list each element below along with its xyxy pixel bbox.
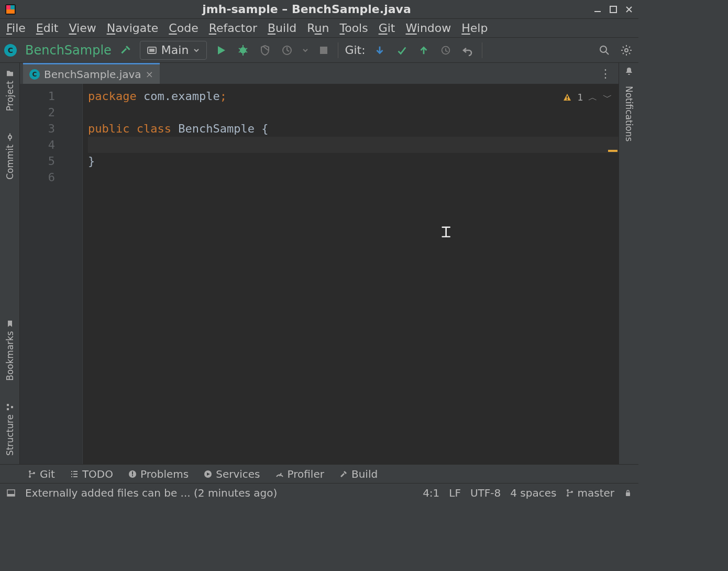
svg-rect-18 xyxy=(567,99,568,100)
svg-rect-14 xyxy=(7,404,9,406)
run-config-icon xyxy=(147,45,157,56)
profile-dropdown[interactable] xyxy=(301,42,310,58)
svg-point-13 xyxy=(8,136,12,139)
line-number: 3 xyxy=(20,120,55,137)
svg-rect-16 xyxy=(11,406,13,408)
line-separator[interactable]: LF xyxy=(449,487,461,499)
svg-rect-2 xyxy=(10,5,15,9)
line-gutter: 1 2 3 4 5 6 xyxy=(20,84,83,464)
breadcrumb[interactable]: BenchSample xyxy=(25,43,112,58)
status-message[interactable]: Externally added files can be ... (2 min… xyxy=(25,487,413,499)
menu-tools[interactable]: Tools xyxy=(339,21,368,35)
debug-button[interactable] xyxy=(235,42,251,58)
git-rollback-button[interactable] xyxy=(460,42,476,58)
search-everywhere-button[interactable] xyxy=(597,42,612,58)
next-highlight-icon[interactable]: ﹀ xyxy=(603,89,612,105)
tab-more-icon[interactable]: ⋮ xyxy=(592,67,619,80)
run-config-selector[interactable]: Main xyxy=(140,41,207,60)
line-number: 5 xyxy=(20,153,55,169)
svg-point-29 xyxy=(567,495,569,497)
editor-tab[interactable]: C BenchSample.java × xyxy=(23,63,160,84)
svg-rect-6 xyxy=(149,49,155,52)
menu-navigate[interactable]: Navigate xyxy=(107,21,159,35)
run-button[interactable] xyxy=(213,42,229,58)
titlebar: jmh-sample – BenchSample.java xyxy=(0,0,638,19)
left-toolstrip: Project Commit Bookmarks Structure xyxy=(0,63,20,464)
tool-build[interactable]: Build xyxy=(339,468,378,480)
run-config-label: Main xyxy=(161,43,189,57)
git-commit-button[interactable] xyxy=(394,42,410,58)
maximize-button[interactable] xyxy=(608,4,619,15)
code-editor[interactable]: 1 2 3 4 5 6 package com.example; public … xyxy=(20,84,619,464)
tool-notifications[interactable]: Notifications xyxy=(624,83,634,145)
line-number: 1 xyxy=(20,88,55,104)
gauge-icon xyxy=(275,469,284,479)
menu-refactor[interactable]: Refactor xyxy=(209,21,257,35)
svg-rect-9 xyxy=(320,47,327,54)
coverage-button[interactable] xyxy=(257,42,273,58)
menu-help[interactable]: Help xyxy=(461,21,488,35)
menu-code[interactable]: Code xyxy=(169,21,198,35)
git-push-button[interactable] xyxy=(416,42,432,58)
branch-icon xyxy=(27,469,37,479)
git-branch[interactable]: master xyxy=(566,487,614,499)
caret-position[interactable]: 4:1 xyxy=(423,487,439,499)
svg-rect-4 xyxy=(610,6,616,13)
error-stripe-mark[interactable] xyxy=(608,150,617,152)
class-icon: C xyxy=(29,69,40,80)
tool-problems[interactable]: Problems xyxy=(128,468,189,480)
tool-profiler[interactable]: Profiler xyxy=(275,468,324,480)
toolwindow-toggle-icon[interactable] xyxy=(6,488,16,498)
stop-button[interactable] xyxy=(316,42,332,58)
menubar: File Edit View Navigate Code Refactor Bu… xyxy=(0,19,638,38)
warning-icon xyxy=(562,93,572,102)
menu-view[interactable]: View xyxy=(69,21,96,35)
close-button[interactable] xyxy=(624,4,634,15)
notifications-icon[interactable] xyxy=(624,66,634,76)
svg-point-20 xyxy=(29,476,31,478)
toolbar: C BenchSample Main Git: xyxy=(0,38,638,63)
toolbar-separator-2 xyxy=(482,42,482,58)
settings-button[interactable] xyxy=(619,42,634,58)
svg-rect-1 xyxy=(6,5,10,9)
svg-point-7 xyxy=(240,47,246,53)
lock-icon[interactable] xyxy=(624,489,632,497)
line-number: 6 xyxy=(20,169,55,185)
text-cursor-icon: Ꮖ xyxy=(442,224,451,240)
prev-highlight-icon[interactable]: ︿ xyxy=(588,89,598,105)
inspection-widget[interactable]: 1 ︿ ﹀ xyxy=(562,89,612,105)
tool-commit[interactable]: Commit xyxy=(5,130,15,183)
menu-build[interactable]: Build xyxy=(268,21,296,35)
tool-bookmarks[interactable]: Bookmarks xyxy=(5,316,15,384)
build-hammer-icon[interactable] xyxy=(118,42,134,58)
git-label: Git: xyxy=(345,43,365,57)
menu-window[interactable]: Window xyxy=(405,21,451,35)
tool-git[interactable]: Git xyxy=(27,468,55,480)
git-pull-button[interactable] xyxy=(372,42,388,58)
editor-tabbar: C BenchSample.java × ⋮ xyxy=(20,63,619,84)
menu-run[interactable]: Run xyxy=(307,21,329,35)
tool-project[interactable]: Project xyxy=(5,66,15,114)
menu-git[interactable]: Git xyxy=(379,21,395,35)
minimize-button[interactable] xyxy=(592,4,603,15)
git-history-button[interactable] xyxy=(438,42,454,58)
tool-todo[interactable]: TODO xyxy=(70,468,113,480)
indent-setting[interactable]: 4 spaces xyxy=(510,487,556,499)
app-icon xyxy=(4,3,17,16)
tool-services[interactable]: Services xyxy=(203,468,260,480)
code-content[interactable]: package com.example; public class BenchS… xyxy=(83,84,619,464)
tab-close-icon[interactable]: × xyxy=(146,69,153,80)
tab-filename: BenchSample.java xyxy=(44,68,141,81)
svg-rect-24 xyxy=(132,475,133,476)
menu-file[interactable]: File xyxy=(6,21,26,35)
chevron-down-icon xyxy=(193,47,200,54)
file-encoding[interactable]: UTF-8 xyxy=(470,487,501,499)
profile-button[interactable] xyxy=(279,42,295,58)
svg-rect-17 xyxy=(567,96,568,98)
window-title: jmh-sample – BenchSample.java xyxy=(21,3,592,16)
menu-edit[interactable]: Edit xyxy=(36,21,59,35)
toolbar-separator xyxy=(338,42,338,58)
list-icon xyxy=(70,469,79,479)
right-toolstrip: Notifications xyxy=(619,63,638,464)
tool-structure[interactable]: Structure xyxy=(5,400,15,459)
